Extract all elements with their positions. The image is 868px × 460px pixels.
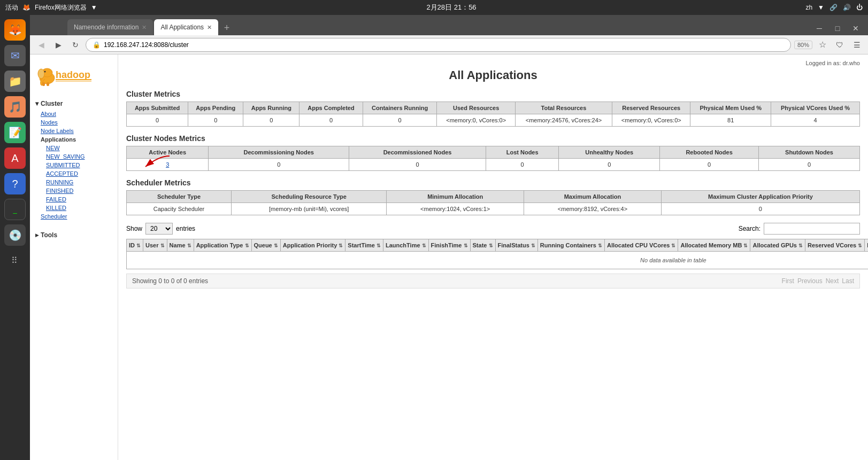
tab-all-applications-label: All Applications <box>160 24 204 31</box>
sidebar-item-accepted[interactable]: ACCEPTED <box>30 169 118 178</box>
dt-col-alloc-gpus[interactable]: Allocated GPUs ⇅ <box>750 239 805 252</box>
zoom-level[interactable]: 80% <box>794 41 812 49</box>
window-close[interactable]: ✕ <box>849 21 863 35</box>
dt-col-reserved-mem[interactable]: Reserved Memory MB ⇅ <box>865 239 868 252</box>
sidebar-item-about[interactable]: About <box>30 110 118 118</box>
sort-icon-user: ⇅ <box>160 243 165 248</box>
menu-button[interactable]: ☰ <box>850 38 864 52</box>
taskbar-dvd[interactable]: 💿 <box>4 224 26 246</box>
svg-text:hadoop: hadoop <box>56 69 90 80</box>
sidebar-item-new-saving[interactable]: NEW_SAVING <box>30 152 118 161</box>
security-icon: 🔒 <box>93 41 101 49</box>
sidebar-item-finished[interactable]: FINISHED <box>30 186 118 195</box>
sidebar-item-failed[interactable]: FAILED <box>30 195 118 204</box>
dt-col-state[interactable]: State ⇅ <box>470 239 495 252</box>
taskbar-firefox[interactable]: 🦊 <box>4 19 26 41</box>
back-button[interactable]: ◀ <box>34 38 48 52</box>
sort-icon-finish-time: ⇅ <box>464 243 468 248</box>
pagination-next[interactable]: Next <box>826 277 839 285</box>
cluster-nodes-title: Cluster Nodes Metrics <box>126 134 860 143</box>
taskbar-help[interactable]: ? <box>4 173 26 194</box>
window-maximize[interactable]: □ <box>831 21 844 35</box>
no-data-row: No data available in table <box>127 252 869 269</box>
cn-val-0[interactable]: 3 <box>127 159 209 171</box>
dt-col-alloc-mem[interactable]: Allocated Memory MB ⇅ <box>678 239 750 252</box>
taskbar-files[interactable]: 📁 <box>4 71 26 92</box>
sidebar-item-scheduler[interactable]: Scheduler <box>30 212 118 221</box>
taskbar-music[interactable]: 🎵 <box>4 96 26 118</box>
sort-icon-alloc-gpus: ⇅ <box>798 243 803 248</box>
browser-dropdown-icon[interactable]: ▼ <box>91 4 97 11</box>
cn-val-3: 0 <box>486 159 559 171</box>
sidebar-item-node-labels[interactable]: Node Labels <box>30 127 118 135</box>
taskbar-mail[interactable]: ✉ <box>4 45 26 66</box>
cn-header-0: Active Nodes <box>127 146 209 159</box>
browser-indicator: 🦊 <box>22 4 30 11</box>
sidebar-item-new[interactable]: NEW <box>30 144 118 152</box>
search-input[interactable] <box>764 223 860 235</box>
sort-icon-id: ⇅ <box>136 243 141 248</box>
dt-col-reserved-vcores[interactable]: Reserved VCores ⇅ <box>805 239 865 252</box>
taskbar-terminal[interactable]: _ <box>4 199 26 220</box>
show-label: Show <box>126 225 142 232</box>
cn-val-5: 0 <box>660 159 759 171</box>
power-icon[interactable]: ⏻ <box>856 4 863 11</box>
dt-col-queue[interactable]: Queue ⇅ <box>251 239 280 252</box>
cm-val-2: 0 <box>243 114 299 127</box>
sm-header-0: Scheduler Type <box>127 191 232 203</box>
new-tab-button[interactable]: + <box>219 20 234 35</box>
dt-col-running-containers[interactable]: Running Containers ⇅ <box>537 239 604 252</box>
dt-col-start-time[interactable]: StartTime ⇅ <box>345 239 383 252</box>
sidebar-item-submitted[interactable]: SUBMITTED <box>30 161 118 169</box>
pagination-first[interactable]: First <box>782 277 794 285</box>
sort-icon-alloc-cpu: ⇅ <box>671 243 675 248</box>
pagination-last[interactable]: Last <box>842 277 854 285</box>
dt-col-finish-time[interactable]: FinishTime ⇅ <box>428 239 470 252</box>
sidebar-item-nodes[interactable]: Nodes <box>30 118 118 127</box>
address-bar[interactable]: 🔒 192.168.247.124:8088/cluster <box>86 38 791 52</box>
tab-bar: Namenode information ✕ All Applications … <box>30 15 868 35</box>
dt-col-name[interactable]: Name ⇅ <box>167 239 194 252</box>
refresh-button[interactable]: ↻ <box>68 38 82 52</box>
sm-header-1: Scheduling Resource Type <box>232 191 387 203</box>
shield-button[interactable]: 🛡 <box>833 38 847 52</box>
svg-rect-4 <box>42 82 45 86</box>
lang-indicator[interactable]: zh <box>805 4 812 11</box>
sidebar-cluster-section[interactable]: ▾ Cluster <box>30 98 118 110</box>
sort-icon-start-time: ⇅ <box>377 243 381 248</box>
cm-header-2: Apps Running <box>243 102 299 114</box>
tab-namenode-close[interactable]: ✕ <box>142 24 147 31</box>
activity-label[interactable]: 活动 <box>5 3 18 12</box>
dt-col-app-type[interactable]: Application Type ⇅ <box>194 239 251 252</box>
cm-header-9: Physical VCores Used % <box>771 102 860 114</box>
os-datetime: 2月28日 21：56 <box>426 3 476 12</box>
dt-col-app-priority[interactable]: Application Priority ⇅ <box>280 239 345 252</box>
sidebar-tools-section[interactable]: ▸ Tools <box>30 229 118 241</box>
active-nodes-link[interactable]: 3 <box>166 161 169 168</box>
tab-namenode[interactable]: Namenode information ✕ <box>67 19 153 35</box>
network-icon: 🔗 <box>829 4 838 11</box>
dt-col-launch-time[interactable]: LaunchTime ⇅ <box>383 239 428 252</box>
dt-col-id[interactable]: ID ⇅ <box>127 239 143 252</box>
sort-icon-state: ⇅ <box>489 243 493 248</box>
window-minimize[interactable]: ─ <box>812 21 826 35</box>
bookmark-button[interactable]: ☆ <box>816 38 829 52</box>
taskbar-store[interactable]: A <box>4 147 26 169</box>
show-entries-select[interactable]: 20 50 100 <box>145 223 173 235</box>
taskbar-writer[interactable]: 📝 <box>4 122 26 143</box>
cn-val-1: 0 <box>209 159 349 171</box>
sidebar-item-killed[interactable]: KILLED <box>30 204 118 212</box>
forward-button[interactable]: ▶ <box>51 38 65 52</box>
dt-col-user[interactable]: User ⇅ <box>143 239 167 252</box>
tab-allapps-close[interactable]: ✕ <box>207 24 212 31</box>
tools-label: Tools <box>41 231 57 239</box>
lang-dropdown-icon[interactable]: ▼ <box>818 4 824 11</box>
cm-header-8: Physical Mem Used % <box>690 102 771 114</box>
dt-col-final-status[interactable]: FinalStatus ⇅ <box>495 239 537 252</box>
cm-val-9: 4 <box>771 114 860 127</box>
pagination-previous[interactable]: Previous <box>797 277 823 285</box>
sidebar-item-running[interactable]: RUNNING <box>30 178 118 186</box>
dt-col-alloc-cpu[interactable]: Allocated CPU VCores ⇅ <box>605 239 678 252</box>
tab-all-applications[interactable]: All Applications ✕ <box>154 19 218 35</box>
taskbar-apps[interactable]: ⠿ <box>4 250 26 271</box>
